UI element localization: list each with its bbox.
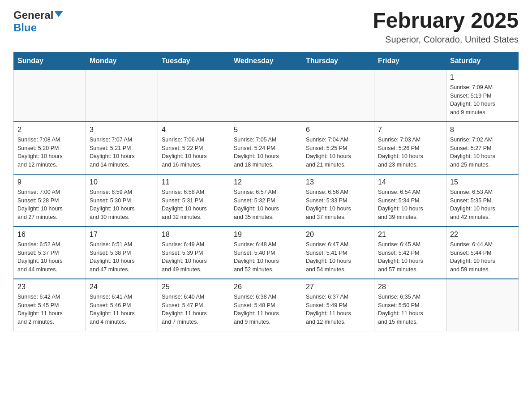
- day-info: Sunrise: 7:07 AM Sunset: 5:21 PM Dayligh…: [90, 136, 154, 169]
- logo-general-text: General: [13, 9, 53, 21]
- day-info: Sunrise: 7:09 AM Sunset: 5:19 PM Dayligh…: [450, 83, 515, 117]
- day-number: 28: [378, 283, 442, 291]
- calendar-cell: 12Sunrise: 6:57 AM Sunset: 5:32 PM Dayli…: [230, 174, 302, 227]
- logo-triangle-icon: [54, 11, 63, 17]
- day-info: Sunrise: 6:37 AM Sunset: 5:49 PM Dayligh…: [306, 293, 370, 326]
- calendar-week-row: 2Sunrise: 7:08 AM Sunset: 5:20 PM Daylig…: [14, 122, 519, 174]
- calendar-cell: 7Sunrise: 7:03 AM Sunset: 5:26 PM Daylig…: [374, 122, 446, 174]
- calendar-table: SundayMondayTuesdayWednesdayThursdayFrid…: [13, 52, 519, 331]
- day-header-wednesday: Wednesday: [230, 52, 302, 69]
- day-number: 25: [162, 283, 226, 291]
- day-info: Sunrise: 7:00 AM Sunset: 5:28 PM Dayligh…: [17, 188, 82, 222]
- day-number: 15: [450, 178, 515, 186]
- calendar-cell: [374, 69, 446, 122]
- calendar-cell: [14, 69, 86, 122]
- calendar-cell: 11Sunrise: 6:58 AM Sunset: 5:31 PM Dayli…: [158, 174, 230, 227]
- calendar-cell: [158, 69, 230, 122]
- day-info: Sunrise: 6:35 AM Sunset: 5:50 PM Dayligh…: [378, 293, 442, 326]
- location-subtitle: Superior, Colorado, United States: [373, 34, 519, 45]
- calendar-cell: 8Sunrise: 7:02 AM Sunset: 5:27 PM Daylig…: [446, 122, 519, 174]
- calendar-cell: 17Sunrise: 6:51 AM Sunset: 5:38 PM Dayli…: [86, 227, 158, 279]
- calendar-cell: 15Sunrise: 6:53 AM Sunset: 5:35 PM Dayli…: [446, 174, 519, 227]
- day-info: Sunrise: 6:38 AM Sunset: 5:48 PM Dayligh…: [234, 293, 298, 326]
- day-number: 12: [234, 178, 298, 186]
- calendar-cell: [302, 69, 374, 122]
- day-number: 24: [90, 283, 154, 291]
- day-info: Sunrise: 6:48 AM Sunset: 5:40 PM Dayligh…: [234, 240, 298, 274]
- day-info: Sunrise: 6:40 AM Sunset: 5:47 PM Dayligh…: [162, 293, 226, 326]
- day-info: Sunrise: 6:59 AM Sunset: 5:30 PM Dayligh…: [90, 188, 154, 222]
- day-header-monday: Monday: [86, 52, 158, 69]
- day-info: Sunrise: 6:56 AM Sunset: 5:33 PM Dayligh…: [306, 188, 370, 222]
- day-number: 9: [17, 178, 82, 186]
- day-number: 10: [90, 178, 154, 186]
- day-info: Sunrise: 6:54 AM Sunset: 5:34 PM Dayligh…: [378, 188, 442, 222]
- calendar-cell: 20Sunrise: 6:47 AM Sunset: 5:41 PM Dayli…: [302, 227, 374, 279]
- day-number: 8: [450, 126, 515, 134]
- day-number: 23: [17, 283, 82, 291]
- calendar-cell: 5Sunrise: 7:05 AM Sunset: 5:24 PM Daylig…: [230, 122, 302, 174]
- calendar-header-row: SundayMondayTuesdayWednesdayThursdayFrid…: [14, 52, 519, 69]
- day-header-tuesday: Tuesday: [158, 52, 230, 69]
- calendar-week-row: 1Sunrise: 7:09 AM Sunset: 5:19 PM Daylig…: [14, 69, 519, 122]
- calendar-cell: 14Sunrise: 6:54 AM Sunset: 5:34 PM Dayli…: [374, 174, 446, 227]
- calendar-cell: 10Sunrise: 6:59 AM Sunset: 5:30 PM Dayli…: [86, 174, 158, 227]
- logo-blue-text: Blue: [13, 21, 37, 34]
- calendar-cell: 6Sunrise: 7:04 AM Sunset: 5:25 PM Daylig…: [302, 122, 374, 174]
- calendar-cell: 4Sunrise: 7:06 AM Sunset: 5:22 PM Daylig…: [158, 122, 230, 174]
- day-header-saturday: Saturday: [446, 52, 519, 69]
- calendar-cell: 22Sunrise: 6:44 AM Sunset: 5:44 PM Dayli…: [446, 227, 519, 279]
- day-number: 1: [450, 73, 515, 81]
- day-number: 14: [378, 178, 442, 186]
- calendar-cell: [446, 279, 519, 331]
- day-info: Sunrise: 6:57 AM Sunset: 5:32 PM Dayligh…: [234, 188, 298, 222]
- calendar-cell: 25Sunrise: 6:40 AM Sunset: 5:47 PM Dayli…: [158, 279, 230, 331]
- day-number: 11: [162, 178, 226, 186]
- day-number: 3: [90, 126, 154, 134]
- day-info: Sunrise: 7:04 AM Sunset: 5:25 PM Dayligh…: [306, 136, 370, 169]
- calendar-cell: [86, 69, 158, 122]
- day-number: 13: [306, 178, 370, 186]
- day-number: 4: [162, 126, 226, 134]
- calendar-week-row: 23Sunrise: 6:42 AM Sunset: 5:45 PM Dayli…: [14, 279, 519, 331]
- day-number: 27: [306, 283, 370, 291]
- day-info: Sunrise: 6:45 AM Sunset: 5:42 PM Dayligh…: [378, 240, 442, 274]
- calendar-cell: 23Sunrise: 6:42 AM Sunset: 5:45 PM Dayli…: [14, 279, 86, 331]
- day-info: Sunrise: 6:47 AM Sunset: 5:41 PM Dayligh…: [306, 240, 370, 274]
- calendar-cell: 2Sunrise: 7:08 AM Sunset: 5:20 PM Daylig…: [14, 122, 86, 174]
- calendar-week-row: 9Sunrise: 7:00 AM Sunset: 5:28 PM Daylig…: [14, 174, 519, 227]
- page-header: General Blue February 2025 Superior, Col…: [13, 9, 519, 45]
- day-info: Sunrise: 7:05 AM Sunset: 5:24 PM Dayligh…: [234, 136, 298, 169]
- day-number: 26: [234, 283, 298, 291]
- calendar-cell: 16Sunrise: 6:52 AM Sunset: 5:37 PM Dayli…: [14, 227, 86, 279]
- day-number: 5: [234, 126, 298, 134]
- calendar-cell: [230, 69, 302, 122]
- day-info: Sunrise: 6:52 AM Sunset: 5:37 PM Dayligh…: [17, 240, 82, 274]
- day-info: Sunrise: 6:53 AM Sunset: 5:35 PM Dayligh…: [450, 188, 515, 222]
- day-info: Sunrise: 6:41 AM Sunset: 5:46 PM Dayligh…: [90, 293, 154, 326]
- day-number: 7: [378, 126, 442, 134]
- calendar-cell: 26Sunrise: 6:38 AM Sunset: 5:48 PM Dayli…: [230, 279, 302, 331]
- day-header-sunday: Sunday: [14, 52, 86, 69]
- calendar-cell: 28Sunrise: 6:35 AM Sunset: 5:50 PM Dayli…: [374, 279, 446, 331]
- calendar-cell: 1Sunrise: 7:09 AM Sunset: 5:19 PM Daylig…: [446, 69, 519, 122]
- day-number: 22: [450, 231, 515, 239]
- day-info: Sunrise: 6:51 AM Sunset: 5:38 PM Dayligh…: [90, 240, 154, 274]
- calendar-cell: 9Sunrise: 7:00 AM Sunset: 5:28 PM Daylig…: [14, 174, 86, 227]
- day-header-thursday: Thursday: [302, 52, 374, 69]
- day-number: 20: [306, 231, 370, 239]
- day-number: 18: [162, 231, 226, 239]
- logo: General Blue: [13, 9, 63, 34]
- day-info: Sunrise: 7:08 AM Sunset: 5:20 PM Dayligh…: [17, 136, 82, 169]
- day-header-friday: Friday: [374, 52, 446, 69]
- title-area: February 2025 Superior, Colorado, United…: [373, 9, 519, 45]
- calendar-cell: 3Sunrise: 7:07 AM Sunset: 5:21 PM Daylig…: [86, 122, 158, 174]
- day-info: Sunrise: 7:06 AM Sunset: 5:22 PM Dayligh…: [162, 136, 226, 169]
- month-title: February 2025: [373, 9, 519, 33]
- calendar-cell: 21Sunrise: 6:45 AM Sunset: 5:42 PM Dayli…: [374, 227, 446, 279]
- day-info: Sunrise: 7:02 AM Sunset: 5:27 PM Dayligh…: [450, 136, 515, 169]
- day-info: Sunrise: 6:58 AM Sunset: 5:31 PM Dayligh…: [162, 188, 226, 222]
- day-info: Sunrise: 6:49 AM Sunset: 5:39 PM Dayligh…: [162, 240, 226, 274]
- calendar-week-row: 16Sunrise: 6:52 AM Sunset: 5:37 PM Dayli…: [14, 227, 519, 279]
- day-info: Sunrise: 6:42 AM Sunset: 5:45 PM Dayligh…: [17, 293, 82, 326]
